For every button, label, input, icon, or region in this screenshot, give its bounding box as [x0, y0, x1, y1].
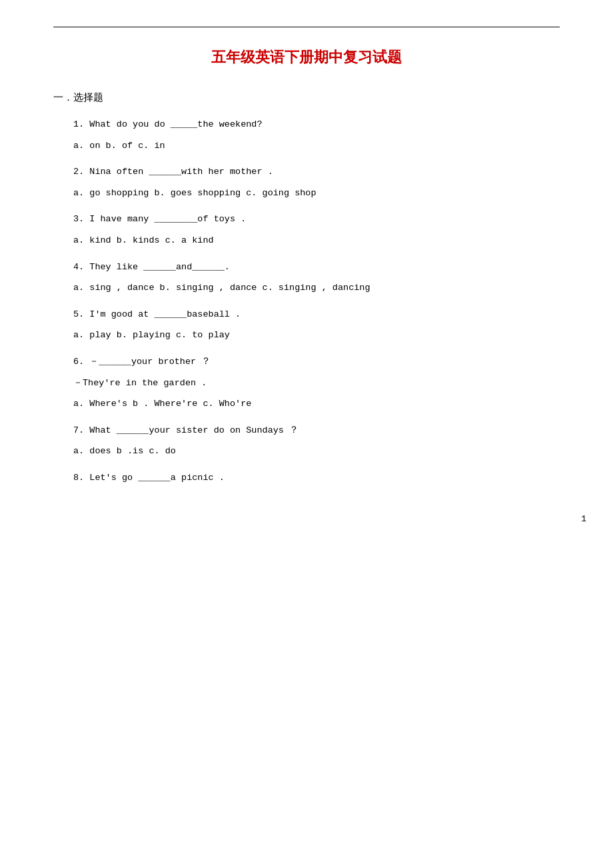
- question-text-2: 2. Nina often ______with her mother .: [73, 165, 560, 179]
- page-number: 1: [581, 514, 586, 524]
- section-header: 一．选择题: [53, 91, 560, 104]
- question-block-2: 2. Nina often ______with her mother . a.…: [73, 165, 560, 200]
- question-block-8: 8. Let's go ______a picnic .: [73, 471, 560, 485]
- question-text-5: 5. I'm good at ______baseball .: [73, 307, 560, 322]
- top-divider: [53, 27, 560, 27]
- answer-options-4: a. sing , dance b. singing , dance c. si…: [73, 281, 560, 295]
- questions-container: 1. What do you do _____the weekend? a. o…: [53, 117, 560, 485]
- page-container: 五年级英语下册期中复习试题 一．选择题 1. What do you do __…: [0, 0, 613, 537]
- question-block-3: 3. I have many ________of toys . a. kind…: [73, 212, 560, 247]
- question-text-3: 3. I have many ________of toys .: [73, 212, 560, 227]
- question-block-5: 5. I'm good at ______baseball . a. play …: [73, 307, 560, 343]
- question-subtext-6: －They're in the garden .: [73, 376, 560, 391]
- answer-options-7: a. does b .is c. do: [73, 444, 560, 459]
- answer-options-5: a. play b. playing c. to play: [73, 328, 560, 343]
- answer-options-1: a. on b. of c. in: [73, 139, 560, 153]
- question-text-1: 1. What do you do _____the weekend?: [73, 117, 560, 132]
- page-title: 五年级英语下册期中复习试题: [53, 47, 560, 67]
- question-block-7: 7. What ______your sister do on Sundays …: [73, 423, 560, 459]
- question-block-1: 1. What do you do _____the weekend? a. o…: [73, 117, 560, 153]
- question-block-6: 6. －______your brother ？ －They're in the…: [73, 355, 560, 411]
- answer-options-6: a. Where's b . Where're c. Who're: [73, 397, 560, 411]
- question-block-4: 4. They like ______and______. a. sing , …: [73, 260, 560, 295]
- question-text-4: 4. They like ______and______.: [73, 260, 560, 275]
- answer-options-3: a. kind b. kinds c. a kind: [73, 233, 560, 248]
- question-text-7: 7. What ______your sister do on Sundays …: [73, 423, 560, 438]
- question-text-8: 8. Let's go ______a picnic .: [73, 471, 560, 485]
- question-text-6: 6. －______your brother ？: [73, 355, 560, 369]
- answer-options-2: a. go shopping b. goes shopping c. going…: [73, 186, 560, 201]
